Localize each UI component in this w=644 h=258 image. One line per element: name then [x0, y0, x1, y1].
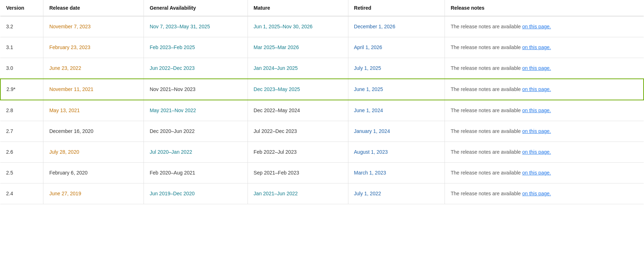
cell-version: 2.9*	[0, 79, 43, 100]
version-number: 3.2	[6, 24, 13, 29]
notes-link[interactable]: on this page.	[522, 128, 551, 134]
cell-mature: Jan 2021–Jun 2022	[248, 183, 348, 204]
ga-value: May 2021–Nov 2022	[150, 108, 196, 113]
table-row: 2.7December 16, 2020Dec 2020–Jun 2022Jul…	[0, 121, 644, 142]
version-number: 2.6	[6, 149, 13, 155]
cell-ga: Feb 2023–Feb 2025	[144, 37, 248, 58]
version-number: 2.5	[6, 170, 13, 176]
ga-value: Jul 2020–Jan 2022	[150, 149, 192, 155]
release-date-value: May 13, 2021	[49, 108, 80, 113]
cell-version: 2.4	[0, 183, 43, 204]
mature-value: Jan 2021–Jun 2022	[254, 191, 298, 196]
cell-retired: July 1, 2022	[348, 183, 445, 204]
cell-version: 3.2	[0, 16, 43, 37]
cell-version: 3.1	[0, 37, 43, 58]
notes-link[interactable]: on this page.	[522, 191, 551, 196]
ga-value: Feb 2023–Feb 2025	[150, 44, 195, 50]
ga-value: Dec 2020–Jun 2022	[150, 128, 194, 134]
cell-version: 3.0	[0, 58, 43, 79]
notes-link[interactable]: on this page.	[522, 170, 551, 176]
notes-link[interactable]: on this page.	[522, 44, 551, 50]
cell-release-date: December 16, 2020	[43, 121, 144, 142]
version-number: 2.8	[6, 108, 13, 113]
table-row: 3.2November 7, 2023Nov 7, 2023–May 31, 2…	[0, 16, 644, 37]
cell-release-date: June 27, 2019	[43, 183, 144, 204]
ga-value: Feb 2020–Aug 2021	[150, 170, 195, 176]
retired-value: January 1, 2024	[354, 128, 390, 134]
notes-text: The release notes are available	[451, 149, 522, 155]
cell-mature: Dec 2023–May 2025	[248, 79, 348, 100]
cell-mature: Dec 2022–May 2024	[248, 100, 348, 121]
mature-value: Jul 2022–Dec 2023	[254, 128, 297, 134]
table-row: 2.6July 28, 2020Jul 2020–Jan 2022Feb 202…	[0, 142, 644, 163]
cell-notes: The release notes are available on this …	[445, 121, 644, 142]
notes-link[interactable]: on this page.	[522, 86, 551, 92]
cell-notes: The release notes are available on this …	[445, 163, 644, 183]
retired-value: August 1, 2023	[354, 149, 388, 155]
retired-value: April 1, 2026	[354, 44, 382, 50]
mature-value: Mar 2025–Mar 2026	[254, 44, 299, 50]
cell-retired: December 1, 2026	[348, 16, 445, 37]
version-table: Version Release date General Availabilit…	[0, 0, 644, 204]
cell-retired: August 1, 2023	[348, 142, 445, 163]
cell-release-date: February 23, 2023	[43, 37, 144, 58]
cell-ga: May 2021–Nov 2022	[144, 100, 248, 121]
cell-notes: The release notes are available on this …	[445, 37, 644, 58]
notes-text: The release notes are available	[451, 128, 522, 134]
cell-ga: Feb 2020–Aug 2021	[144, 163, 248, 183]
mature-value: Dec 2022–May 2024	[254, 108, 300, 113]
notes-text: The release notes are available	[451, 170, 522, 176]
retired-value: December 1, 2026	[354, 24, 395, 29]
notes-text: The release notes are available	[451, 44, 522, 50]
cell-release-date: May 13, 2021	[43, 100, 144, 121]
notes-link[interactable]: on this page.	[522, 24, 551, 29]
mature-value: Dec 2023–May 2025	[254, 86, 300, 92]
cell-release-date: November 11, 2021	[43, 79, 144, 100]
ga-value: Nov 2021–Nov 2023	[150, 86, 196, 92]
retired-value: June 1, 2024	[354, 108, 383, 113]
notes-text: The release notes are available	[451, 86, 522, 92]
cell-notes: The release notes are available on this …	[445, 142, 644, 163]
cell-version: 2.6	[0, 142, 43, 163]
cell-notes: The release notes are available on this …	[445, 58, 644, 79]
notes-text: The release notes are available	[451, 24, 522, 29]
header-notes: Release notes	[445, 0, 644, 16]
table-row: 3.0June 23, 2022Jun 2022–Dec 2023Jan 202…	[0, 58, 644, 79]
ga-value: Jun 2019–Dec 2020	[150, 191, 194, 196]
notes-link[interactable]: on this page.	[522, 108, 551, 113]
cell-ga: Nov 7, 2023–May 31, 2025	[144, 16, 248, 37]
cell-ga: Jun 2022–Dec 2023	[144, 58, 248, 79]
version-number: 2.9*	[6, 86, 15, 92]
cell-mature: Mar 2025–Mar 2026	[248, 37, 348, 58]
cell-retired: July 1, 2025	[348, 58, 445, 79]
header-retired: Retired	[348, 0, 445, 16]
notes-text: The release notes are available	[451, 191, 522, 196]
release-date-value: February 6, 2020	[49, 170, 88, 176]
release-date-value: February 23, 2023	[49, 44, 90, 50]
cell-release-date: July 28, 2020	[43, 142, 144, 163]
cell-release-date: November 7, 2023	[43, 16, 144, 37]
version-number: 2.7	[6, 128, 13, 134]
release-date-value: December 16, 2020	[49, 128, 93, 134]
retired-value: June 1, 2025	[354, 86, 383, 92]
cell-retired: April 1, 2026	[348, 37, 445, 58]
retired-value: July 1, 2025	[354, 65, 381, 71]
cell-mature: Jan 2024–Jun 2025	[248, 58, 348, 79]
notes-text: The release notes are available	[451, 65, 522, 71]
cell-retired: June 1, 2024	[348, 100, 445, 121]
table-header-row: Version Release date General Availabilit…	[0, 0, 644, 16]
table-row: 3.1February 23, 2023Feb 2023–Feb 2025Mar…	[0, 37, 644, 58]
ga-value: Nov 7, 2023–May 31, 2025	[150, 24, 210, 29]
version-number: 3.1	[6, 44, 13, 50]
cell-retired: June 1, 2025	[348, 79, 445, 100]
cell-retired: March 1, 2023	[348, 163, 445, 183]
mature-value: Sep 2021–Feb 2023	[254, 170, 299, 176]
notes-link[interactable]: on this page.	[522, 65, 551, 71]
cell-retired: January 1, 2024	[348, 121, 445, 142]
version-number: 2.4	[6, 191, 13, 196]
cell-mature: Feb 2022–Jul 2023	[248, 142, 348, 163]
table-row: 2.4June 27, 2019Jun 2019–Dec 2020Jan 202…	[0, 183, 644, 204]
cell-mature: Jun 1, 2025–Nov 30, 2026	[248, 16, 348, 37]
notes-link[interactable]: on this page.	[522, 149, 551, 155]
release-date-value: November 7, 2023	[49, 24, 90, 29]
